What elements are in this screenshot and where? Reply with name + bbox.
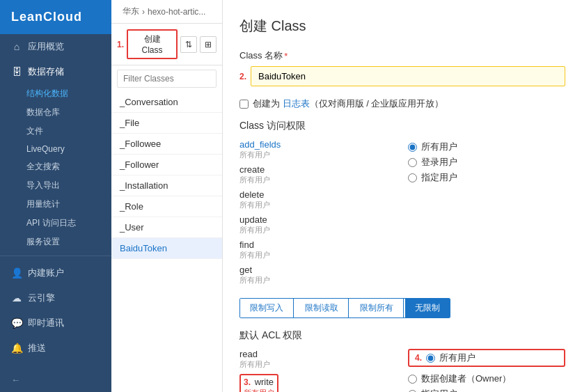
radio-all-input[interactable]: [408, 143, 417, 152]
log-table-checkbox[interactable]: [239, 100, 249, 109]
create-class-modal: 创建 Class Class 名称 * 2.: [223, 0, 582, 392]
chat-icon: 💬: [11, 317, 22, 329]
class-panel: 华东 › hexo-hot-artic... 1. 创建 Class ⇅ ⊞ _…: [111, 0, 223, 392]
sidebar-label-instant-messaging: 即时通讯: [28, 317, 64, 329]
right-content: 创建 Class Class 名称 * 2.: [223, 0, 582, 392]
filter-classes-input[interactable]: [117, 70, 217, 88]
content-wrapper: 创建 Class Class 名称 * 2.: [223, 0, 582, 392]
create-class-button[interactable]: 创建 Class: [127, 29, 178, 59]
settings-icon[interactable]: ⊞: [200, 36, 217, 53]
tab-bar: 限制写入 限制读取 限制所有 无限制: [239, 298, 450, 318]
app-label: hexo-hot-artic...: [148, 7, 205, 17]
acl-write-highlighted: 3. write 所有用户: [239, 374, 278, 392]
modal-overlay: 创建 Class Class 名称 * 2.: [223, 0, 582, 392]
class-item-followee[interactable]: _Followee: [111, 134, 222, 155]
radio-login-users[interactable]: 登录用户: [408, 156, 565, 168]
sidebar-sub-fulltext[interactable]: 全文搜索: [0, 157, 111, 176]
class-name-label: Class 名称 *: [239, 49, 565, 62]
class-item-installation[interactable]: _Installation: [111, 175, 222, 196]
tab-restrict-all[interactable]: 限制所有: [350, 299, 404, 317]
default-acl-specified-label: 指定用户: [421, 388, 457, 392]
breadcrumb: 华东 › hexo-hot-artic...: [111, 0, 222, 24]
class-item-role[interactable]: _Role: [111, 196, 222, 217]
acl-find-sub: 所有用户: [239, 250, 397, 260]
sidebar-sub-import-export[interactable]: 导入导出: [0, 176, 111, 195]
sidebar-sub-usage-stats[interactable]: 用量统计: [0, 195, 111, 214]
default-acl-specified[interactable]: 指定用户: [408, 388, 565, 392]
acl-update-sub: 所有用户: [239, 225, 397, 235]
radio-specified-input[interactable]: [408, 173, 417, 182]
sidebar-label-push: 推送: [28, 342, 46, 354]
required-mark: *: [284, 51, 288, 61]
acl-get: get: [239, 265, 397, 275]
access-radio-group: 所有用户 登录用户 指定用户: [408, 141, 565, 184]
radio-all-users[interactable]: 所有用户: [408, 141, 565, 153]
sidebar-item-cloud-engine[interactable]: ☁ 云引擎: [0, 285, 111, 311]
class-item-file[interactable]: _File: [111, 113, 222, 134]
log-table-row: 创建为 日志表（仅对商用版 / 企业版应用开放）: [239, 97, 565, 110]
default-acl-owner-radio[interactable]: [408, 375, 417, 384]
sidebar-item-push[interactable]: 🔔 推送: [0, 336, 111, 361]
sidebar-sub-api-logs[interactable]: API 访问日志: [0, 214, 111, 233]
tab-restrict-read[interactable]: 限制读取: [295, 299, 349, 317]
tab-restrict-write[interactable]: 限制写入: [240, 299, 294, 317]
log-table-link[interactable]: 日志表: [283, 98, 310, 109]
default-acl-all-label: 所有用户: [439, 352, 475, 364]
default-acl-specified-radio[interactable]: [408, 390, 417, 393]
class-name-input[interactable]: [251, 66, 565, 86]
database-icon: 🗄: [11, 66, 22, 77]
class-name-group: Class 名称 * 2.: [239, 49, 565, 86]
sidebar-sub-service-settings[interactable]: 服务设置: [0, 233, 111, 251]
cloud-icon: ☁: [11, 292, 22, 304]
sidebar-label-builtin-accounts: 内建账户: [28, 267, 64, 279]
acl-get-sub: 所有用户: [239, 275, 397, 285]
modal-title: 创建 Class: [239, 17, 565, 36]
class-item-follower[interactable]: _Follower: [111, 155, 222, 175]
default-acl-title: 默认 ACL 权限: [239, 329, 565, 342]
region-label: 华东: [123, 6, 139, 17]
step4-badge: 4.: [415, 353, 422, 363]
tab-no-restrict[interactable]: 无限制: [405, 299, 450, 317]
sidebar-sub-structured-data[interactable]: 结构化数据: [0, 84, 111, 103]
step2-badge: 2.: [239, 72, 246, 81]
sidebar-label-data-storage: 数据存储: [28, 65, 64, 78]
sidebar-label-app-overview: 应用概览: [28, 40, 64, 53]
acl-read-sub: 所有用户: [239, 359, 397, 370]
default-acl-owner-label: 数据创建者（Owner）: [421, 373, 511, 385]
class-item-user[interactable]: _User: [111, 217, 222, 238]
acl-read: read: [239, 349, 397, 359]
sidebar-item-app-overview[interactable]: ⌂ 应用概览: [0, 34, 111, 59]
default-acl-all-users[interactable]: 4. 所有用户: [408, 349, 565, 367]
sidebar-sub-livequery[interactable]: LiveQuery: [0, 141, 111, 157]
acl-create-sub: 所有用户: [239, 175, 397, 185]
breadcrumb-arrow: ›: [142, 7, 145, 17]
class-item-conversation[interactable]: _Conversation: [111, 92, 222, 113]
class-item-baidutoken[interactable]: BaiduToken: [111, 238, 222, 259]
acl-add-fields: add_fields: [239, 139, 397, 150]
sidebar-item-data-storage[interactable]: 🗄 数据存储: [0, 59, 111, 84]
radio-login-label: 登录用户: [421, 156, 457, 168]
sidebar-item-instant-messaging[interactable]: 💬 即时通讯: [0, 311, 111, 336]
radio-specified-label: 指定用户: [421, 171, 457, 184]
sidebar-sub-db[interactable]: 数据仓库: [0, 103, 111, 122]
sort-icon[interactable]: ⇅: [180, 36, 197, 53]
bell-icon: 🔔: [11, 343, 22, 354]
default-acl-all-radio[interactable]: [426, 354, 435, 363]
default-acl-owner[interactable]: 数据创建者（Owner）: [408, 373, 565, 385]
default-acl-radio-group: 4. 所有用户 数据创建者（Owner）: [408, 349, 565, 392]
home-icon: ⌂: [11, 41, 22, 52]
acl-update: update: [239, 214, 397, 225]
step3-badge: 3.: [244, 377, 251, 387]
class-list: _Conversation _File _Followee _Follower …: [111, 92, 222, 392]
sidebar-sub-files[interactable]: 文件: [0, 122, 111, 141]
access-section-title: Class 访问权限: [239, 120, 565, 132]
acl-find: find: [239, 240, 397, 250]
sidebar: LeanCloud ⌂ 应用概览 🗄 数据存储 结构化数据 数据仓库 文件 Li…: [0, 0, 111, 392]
sidebar-item-builtin-accounts[interactable]: 👤 内建账户: [0, 260, 111, 285]
logo: LeanCloud: [0, 0, 111, 34]
radio-specified-users[interactable]: 指定用户: [408, 171, 565, 184]
sidebar-collapse[interactable]: ←: [0, 368, 111, 392]
log-table-label: 创建为 日志表（仅对商用版 / 企业版应用开放）: [253, 97, 443, 110]
radio-login-input[interactable]: [408, 158, 417, 167]
sidebar-label-cloud-engine: 云引擎: [28, 292, 55, 304]
